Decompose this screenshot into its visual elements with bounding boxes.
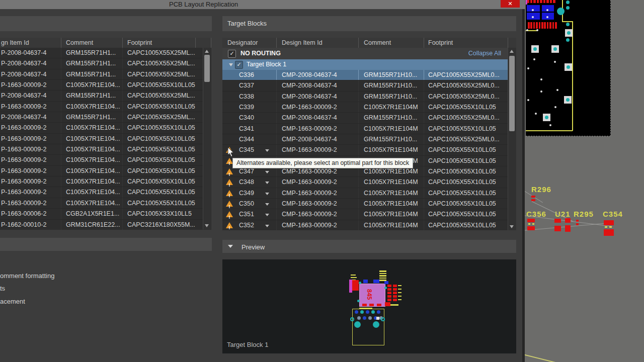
designator-cell[interactable]: C339 [222,102,277,112]
cell[interactable]: P-1663-00009-2 [0,102,61,112]
cell[interactable]: GRM155R71H1... [61,58,123,68]
col-footprint[interactable]: Footprint [123,38,196,48]
comment-cell[interactable]: C1005X7R1E104M [359,102,424,112]
footprint-cell[interactable]: CAPC1005X55X10LL05 [424,166,508,176]
design-item-id-cell[interactable]: CMP-1663-00009-2 [277,209,359,219]
table-row-c352[interactable]: C352CMP-1663-00009-2C1005X7R1E104MCAPC10… [222,220,508,230]
designator-cell[interactable]: C338 [222,92,277,102]
cell[interactable]: GRM155R71H1... [61,48,123,58]
cell[interactable]: P-1662-00010-2 [0,220,61,230]
col-comment[interactable]: Comment [359,38,424,48]
designator-cell[interactable]: C340 [222,113,277,123]
cell[interactable]: C1005X7R1E104... [61,134,123,144]
table-row[interactable]: P-2008-04637-4GRM155R71H1...CAPC1005X55X… [0,112,203,123]
cell[interactable]: CAPC1005X55X10LL05 [123,176,203,187]
table-row-c338[interactable]: C338CMP-2008-04637-4GRM155R71H10...CAPC1… [222,92,508,102]
alternates-dropdown-icon[interactable] [265,203,269,206]
cell[interactable]: C1005X7R1E104... [61,187,123,197]
designator-cell[interactable]: C349 [222,188,277,198]
group-row-no-routing[interactable]: NO ROUTING Collapse All [222,48,508,59]
table-row[interactable]: P-1662-00010-2GRM31CR61E22...CAPC3216X18… [0,220,203,230]
comment-cell[interactable]: GRM155R71H10... [359,70,424,80]
table-row[interactable]: P-1663-00009-2C1005X7R1E104...CAPC1005X5… [0,198,203,209]
cell[interactable]: CAPC1005X55X10LL05 [123,166,203,176]
collapse-chevron-icon[interactable] [228,245,233,248]
designator-cell[interactable]: C350 [222,199,277,209]
designator-cell[interactable]: C352 [222,220,277,230]
comment-cell[interactable]: C1005X7R1E104M [359,220,424,230]
cell[interactable]: P-1663-00006-2 [0,209,61,219]
cell[interactable]: C1005X7R1E104... [61,102,123,112]
preview-section-header[interactable]: Preview [222,240,516,253]
design-item-id-cell[interactable]: CMP-2008-04637-4 [277,92,359,102]
footprint-cell[interactable]: CAPC1005X55X10LL05 [424,177,508,187]
table-row-c348[interactable]: C348CMP-1663-00009-2C1005X7R1E104MCAPC10… [222,177,508,188]
design-item-id-cell[interactable]: CMP-1663-00009-2 [277,188,359,198]
table-row[interactable]: P-2008-04637-4GRM155R71H1...CAPC1005X55X… [0,69,203,80]
table-row-c349[interactable]: C349CMP-1663-00009-2C1005X7R1E104MCAPC10… [222,188,508,199]
option-nets[interactable]: ts [0,285,5,292]
table-row-c341[interactable]: C341CMP-1663-00009-2C1005X7R1E104MCAPC10… [222,124,508,134]
cell[interactable]: GRM155R71H1... [61,69,123,79]
comment-cell[interactable]: C1005X7R1E104M [359,145,424,155]
cell[interactable]: P-2008-04637-4 [0,58,61,68]
option-placement[interactable]: acement [0,298,25,305]
designator-cell[interactable]: C336 [222,70,277,80]
cell[interactable]: P-2008-04637-4 [0,112,61,122]
cell[interactable]: P-1663-00009-2 [0,80,61,90]
cell[interactable]: CAPC1005X55X10LL05 [123,155,203,165]
comment-cell[interactable]: C1005X7R1E104M [359,177,424,187]
footprint-cell[interactable]: CAPC1005X55X25ML0... [424,113,508,123]
alternates-dropdown-icon[interactable] [265,149,269,152]
design-item-id-cell[interactable]: CMP-2008-04637-4 [277,113,359,123]
designator-cell[interactable]: C351 [222,209,277,219]
cell[interactable]: GRM31CR61E22... [61,220,123,230]
cell[interactable]: CAPC1005X55X10LL05 [123,198,203,208]
pcb-editor-view[interactable]: R296 C356 U21 R295 C354 [522,0,644,362]
cell[interactable]: P-1663-00009-2 [0,123,61,133]
footprint-cell[interactable]: CAPC1005X55X10LL05 [424,102,508,112]
cell[interactable]: CAPC1005X55X25ML... [123,112,203,122]
cell[interactable]: CAPC1005X55X25ML... [123,90,203,101]
comment-cell[interactable]: GRM155R71H10... [359,92,424,102]
table-row-c351[interactable]: C351CMP-1663-00009-2C1005X7R1E104MCAPC10… [222,209,508,220]
design-item-id-cell[interactable]: CMP-2008-04637-4 [277,70,359,80]
table-row[interactable]: P-2008-04637-4GRM155R71H1...CAPC1005X55X… [0,48,203,58]
comment-cell[interactable]: GRM155R71H10... [359,80,424,90]
comment-cell[interactable]: C1005X7R1E104M [359,199,424,209]
design-item-id-cell[interactable]: CMP-1663-00009-2 [277,220,359,230]
cell[interactable]: C1005X7R1E104... [61,176,123,187]
cell[interactable]: CAPC1005X55X10LL05 [123,80,203,90]
cell[interactable]: P-1663-00009-2 [0,187,61,197]
block-row-target-block-1[interactable]: Target Block 1 [222,59,508,70]
cell[interactable]: CGB2A1X5R1E1... [61,209,123,219]
col-design-item-id[interactable]: Design Item Id [277,38,359,48]
comment-cell[interactable]: C1005X7R1E104M [359,124,424,134]
table-row[interactable]: P-1663-00009-2C1005X7R1E104...CAPC1005X5… [0,80,203,90]
source-components-table[interactable]: gn Item Id Comment Footprint P-2008-0463… [0,38,211,230]
cell[interactable]: C1005X7R1E104... [61,166,123,176]
designator-cell[interactable]: C344 [222,134,277,144]
table-row[interactable]: P-1663-00009-2C1005X7R1E104...CAPC1005X5… [0,102,203,112]
target-table-scrollbar[interactable] [508,48,516,230]
footprint-cell[interactable]: CAPC1005X55X25ML0... [424,70,508,80]
comment-cell[interactable]: C1005X7R1E104M [359,188,424,198]
footprint-cell[interactable]: CAPC1005X55X10LL05 [424,156,508,166]
cell[interactable]: GRM155R71H1... [61,90,123,101]
table-row[interactable]: P-1663-00009-2C1005X7R1E104...CAPC1005X5… [0,187,203,198]
cell[interactable]: P-1663-00009-2 [0,198,61,208]
cell[interactable]: CAPC1005X55X10LL05 [123,102,203,112]
alternates-dropdown-icon[interactable] [265,214,269,216]
design-item-id-cell[interactable]: CMP-1663-00009-2 [277,199,359,209]
designator-cell[interactable]: C337 [222,80,277,90]
cell[interactable]: P-1663-00009-2 [0,134,61,144]
cell[interactable]: CAPC3216X180X55M... [123,220,203,230]
table-row-c336[interactable]: C336CMP-2008-04637-4GRM155R71H10...CAPC1… [222,70,508,80]
target-blocks-table[interactable]: Designator Design Item Id Comment Footpr… [222,38,516,230]
cell[interactable]: P-1663-00009-2 [0,144,61,154]
cell[interactable]: P-2008-04637-4 [0,90,61,101]
option-comment-formatting[interactable]: omment formatting [0,272,54,280]
cell[interactable]: C1005X7R1E104... [61,198,123,208]
design-item-id-cell[interactable]: CMP-1663-00009-2 [277,177,359,187]
col-footprint[interactable]: Footprint [424,38,508,48]
